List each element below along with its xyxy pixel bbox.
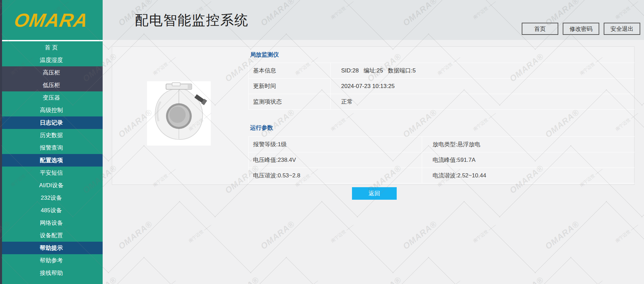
param-cell: 电流峰值:591.7A xyxy=(422,152,635,168)
sidebar-menu: 首 页温度湿度高压柜低压柜变压器高级控制日志记录历史数据报警查询配置选项平安短信… xyxy=(0,41,103,279)
section-title-params: 运行参数 xyxy=(250,124,273,132)
sidebar-item[interactable]: AI/DI设备 xyxy=(0,179,103,192)
sidebar-item[interactable]: 接线帮助 xyxy=(0,267,103,279)
sidebar-item[interactable]: 配置选项 xyxy=(0,154,103,167)
table-row: 基本信息SID:28 编址:25 数据端口:5 xyxy=(249,63,635,79)
device-detail-panel: 局放监测仪 基本信息SID:28 编址:25 数据端口:5更新时间2024-07… xyxy=(112,46,635,185)
basic-info-table: 基本信息SID:28 编址:25 数据端口:5更新时间2024-07-23 10… xyxy=(248,63,635,110)
sidebar-item[interactable]: 高级控制 xyxy=(0,104,103,116)
sidebar-edge-strip xyxy=(0,0,2,284)
back-button[interactable]: 返回 xyxy=(352,187,397,200)
param-cell: 电压峰值:238.4V xyxy=(249,152,422,168)
sidebar-item[interactable]: 485设备 xyxy=(0,204,103,217)
row-label: 基本信息 xyxy=(249,63,331,78)
sidebar-item[interactable]: 变压器 xyxy=(0,91,103,104)
header-button[interactable]: 安全退出 xyxy=(604,23,640,35)
sidebar-item[interactable]: 设备配置 xyxy=(0,229,103,242)
table-row: 报警等级:1级放电类型:悬浮放电 xyxy=(249,137,635,152)
sidebar-item[interactable]: 日志记录 xyxy=(0,116,103,129)
main-content: 局放监测仪 基本信息SID:28 编址:25 数据端口:5更新时间2024-07… xyxy=(103,40,644,284)
sidebar-item[interactable]: 温度湿度 xyxy=(0,54,103,66)
sidebar-item[interactable]: 232设备 xyxy=(0,192,103,204)
header-button[interactable]: 修改密码 xyxy=(563,23,599,35)
device-photo xyxy=(147,81,211,146)
row-label: 更新时间 xyxy=(249,79,331,94)
row-label: 监测项状态 xyxy=(249,94,331,109)
row-value: 正常 xyxy=(331,94,635,109)
section-title-basic: 局放监测仪 xyxy=(250,51,279,59)
table-row: 更新时间2024-07-23 10:13:25 xyxy=(249,79,635,94)
table-row: 监测项状态正常 xyxy=(249,94,635,110)
app-window: OMARA 首 页温度湿度高压柜低压柜变压器高级控制日志记录历史数据报警查询配置… xyxy=(0,0,644,284)
param-cell: 电流谐波:2.52~10.44 xyxy=(422,168,635,183)
sidebar-item[interactable]: 历史数据 xyxy=(0,129,103,141)
param-cell: 电压谐波:0.53~2.8 xyxy=(249,168,422,183)
sidebar-item[interactable]: 平安短信 xyxy=(0,167,103,179)
sidebar: OMARA 首 页温度湿度高压柜低压柜变压器高级控制日志记录历史数据报警查询配置… xyxy=(0,0,103,284)
sidebar-item[interactable]: 首 页 xyxy=(0,41,103,54)
sidebar-item[interactable]: 低压柜 xyxy=(0,79,103,91)
logo-text: OMARA xyxy=(13,9,90,31)
sidebar-item[interactable]: 报警查询 xyxy=(0,141,103,154)
param-cell: 放电类型:悬浮放电 xyxy=(422,137,635,152)
sidebar-item[interactable]: 帮助参考 xyxy=(0,254,103,267)
sidebar-item[interactable]: 帮助提示 xyxy=(0,242,103,254)
header-buttons: 首页修改密码安全退出 xyxy=(522,23,640,35)
param-cell: 报警等级:1级 xyxy=(249,137,422,152)
header: 配电智能监控系统 首页修改密码安全退出 xyxy=(103,0,644,40)
table-row: 电压峰值:238.4V电流峰值:591.7A xyxy=(249,152,635,168)
row-value: SID:28 编址:25 数据端口:5 xyxy=(331,63,635,78)
logo[interactable]: OMARA xyxy=(0,0,103,41)
sidebar-item[interactable]: 高压柜 xyxy=(0,66,103,79)
page-title: 配电智能监控系统 xyxy=(135,0,249,40)
header-button[interactable]: 首页 xyxy=(522,23,558,35)
row-value: 2024-07-23 10:13:25 xyxy=(331,79,635,94)
run-params-table: 报警等级:1级放电类型:悬浮放电电压峰值:238.4V电流峰值:591.7A电压… xyxy=(248,136,635,183)
table-row: 电压谐波:0.53~2.8电流谐波:2.52~10.44 xyxy=(249,168,635,183)
sidebar-item[interactable]: 网络设备 xyxy=(0,217,103,229)
ct-sensor-illustration xyxy=(147,81,211,146)
